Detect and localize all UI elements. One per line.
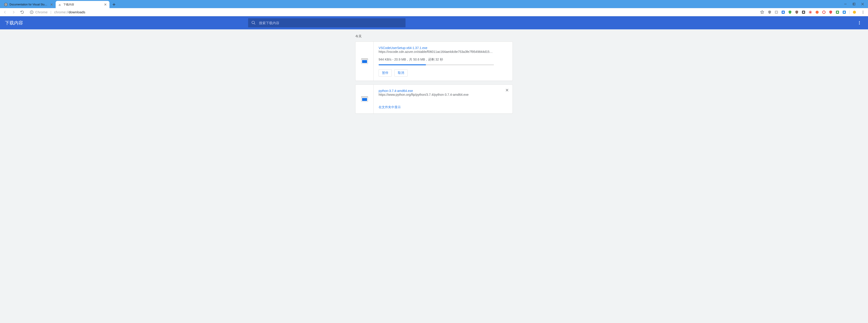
snowflake-icon[interactable] (808, 10, 813, 14)
downloads-body: 今天 VSCodeUserSetup-x64-1.37.1.exehttps:/… (0, 29, 868, 323)
downloads-search-input[interactable] (259, 21, 402, 25)
address-bar[interactable]: Chrome | chrome://downloads (28, 9, 757, 15)
download-card: VSCodeUserSetup-x64-1.37.1.exehttps://vs… (355, 42, 513, 81)
svg-point-6 (31, 11, 32, 11)
elephant-icon[interactable] (835, 10, 840, 14)
site-info-icon[interactable] (30, 10, 33, 14)
tab-close-icon[interactable] (50, 3, 53, 6)
svg-rect-17 (837, 11, 838, 13)
svg-point-20 (853, 11, 856, 14)
orange-circle-icon[interactable] (815, 10, 819, 14)
browser-tab-active[interactable]: 下载内容 (56, 1, 110, 8)
address-text: Chrome | chrome://downloads (35, 10, 85, 14)
svg-point-24 (252, 21, 255, 24)
svg-rect-13 (803, 11, 804, 13)
browser-tab-strip: Documentation for Visual Studio Code 下载内… (0, 0, 868, 8)
download-file-name[interactable]: VSCodeUserSetup-x64-1.37.1.exe (379, 46, 428, 50)
downloads-search[interactable] (248, 18, 405, 27)
window-maximize-icon[interactable] (852, 2, 856, 6)
address-url-prefix: chrome:// (54, 10, 68, 14)
window-minimize-icon[interactable] (844, 2, 847, 6)
tab-title: Documentation for Visual Studio Code (9, 3, 48, 6)
download-pause-button[interactable]: 暂停 (379, 69, 392, 77)
window-close-icon[interactable] (861, 2, 864, 6)
extensions-divider (849, 10, 849, 14)
svg-rect-3 (853, 3, 855, 5)
tab-close-icon[interactable] (103, 3, 107, 6)
browser-toolbar: Chrome | chrome://downloads (0, 8, 868, 16)
pin-gray-icon[interactable] (774, 10, 779, 14)
new-tab-button[interactable] (111, 1, 117, 8)
downloads-header: 下载内容 (0, 16, 868, 29)
svg-rect-19 (844, 11, 845, 13)
svg-point-22 (863, 12, 864, 12)
bookmark-star-icon[interactable] (759, 9, 765, 15)
download-status: 944 KB/s - 20.9 MB，共 50.6 MB，还剩 32 秒 (379, 58, 508, 62)
address-scheme: Chrome (35, 10, 48, 14)
nav-reload-button[interactable] (19, 9, 25, 15)
download-progress (379, 64, 494, 65)
download-cancel-button[interactable]: 取消 (395, 69, 407, 77)
exe-file-icon (361, 59, 368, 64)
tab-favicon-download-icon (58, 3, 62, 6)
svg-point-15 (823, 11, 825, 13)
downloads-more-button[interactable] (856, 19, 863, 27)
nav-forward-button[interactable] (10, 9, 17, 15)
svg-rect-7 (31, 12, 32, 13)
downloads-title: 下载内容 (5, 20, 23, 26)
download-url: https://www.python.org/ftp/python/3.7.4/… (379, 93, 494, 97)
browser-menu-button[interactable] (860, 9, 866, 15)
download-card: python-3.7.4-amd64.exehttps://www.python… (355, 84, 513, 114)
shield-gray-icon[interactable] (767, 10, 772, 14)
download-remove-button[interactable] (505, 88, 509, 93)
address-url-path: downloads (69, 10, 86, 14)
tab-title: 下载内容 (63, 3, 102, 6)
svg-point-25 (859, 21, 860, 22)
svg-point-2 (5, 4, 6, 5)
exe-file-icon (361, 97, 368, 102)
download-file-name[interactable]: python-3.7.4-amd64.exe (379, 89, 413, 93)
nav-back-button[interactable] (2, 9, 8, 15)
search-icon (251, 21, 256, 25)
download-show-in-folder[interactable]: 在文件夹中显示 (379, 105, 401, 109)
svg-point-21 (863, 11, 864, 11)
tab-favicon-globe-icon (4, 3, 8, 6)
window-controls (840, 0, 868, 8)
browser-tab-inactive[interactable]: Documentation for Visual Studio Code (2, 1, 56, 8)
extensions-strip (767, 10, 858, 14)
dark-square-icon[interactable] (801, 10, 806, 14)
svg-point-23 (863, 13, 864, 13)
svg-point-27 (859, 24, 860, 25)
smiley-icon[interactable] (852, 10, 857, 14)
svg-point-26 (859, 22, 860, 23)
translate-icon[interactable] (781, 10, 785, 14)
blue-square-icon[interactable] (842, 10, 846, 14)
shield-green-icon[interactable] (788, 10, 792, 14)
download-icon (355, 85, 374, 113)
downloads-section-label: 今天 (355, 34, 513, 38)
shield-brown-icon[interactable] (795, 10, 799, 14)
svg-point-14 (815, 11, 819, 14)
download-url: https://vscode.cdn.azure.cn/stable/f0601… (379, 50, 494, 53)
red-o-icon[interactable] (822, 10, 826, 14)
download-icon (355, 42, 374, 81)
red-shield-icon[interactable] (829, 10, 833, 14)
svg-rect-11 (782, 11, 784, 13)
svg-rect-9 (776, 11, 777, 13)
